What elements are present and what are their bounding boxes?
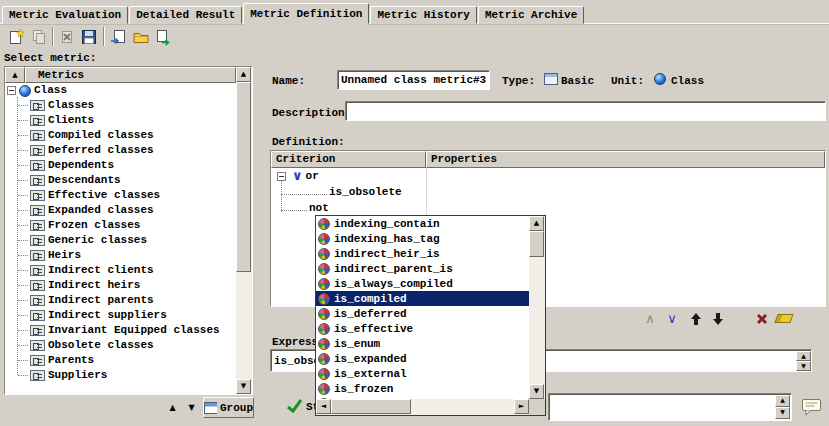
- delete-criterion-button[interactable]: [752, 310, 772, 327]
- scroll-down-button[interactable]: ▼: [796, 361, 811, 371]
- tree-item[interactable]: Indirect parents: [5, 293, 236, 308]
- metric-icon: [30, 130, 45, 141]
- collapse-icon[interactable]: [7, 86, 16, 95]
- tree-item[interactable]: Indirect clients: [5, 263, 236, 278]
- scroll-up-button[interactable]: ▲: [529, 216, 544, 231]
- move-criterion-down-button[interactable]: [708, 310, 728, 327]
- tree-item[interactable]: Expanded classes: [5, 203, 236, 218]
- tree-item[interactable]: Classes: [5, 98, 236, 113]
- tree-item[interactable]: Descendants: [5, 173, 236, 188]
- tree-item[interactable]: Effective classes: [5, 188, 236, 203]
- tree-item[interactable]: Parents: [5, 353, 236, 368]
- tree-item-label: Frozen classes: [45, 218, 140, 233]
- tree-item-class-root[interactable]: Class: [5, 83, 236, 98]
- tree-item-label: Descendants: [45, 173, 121, 188]
- dropdown-item[interactable]: is_effective: [316, 321, 529, 336]
- group-icon: [204, 402, 217, 414]
- metric-icon: [30, 310, 45, 321]
- description-input[interactable]: [345, 101, 826, 121]
- dropdown-item-label: is_enum: [330, 338, 380, 350]
- new-metric-button[interactable]: [6, 26, 27, 47]
- export-metrics-button[interactable]: [152, 26, 173, 47]
- tree-item-label: Classes: [45, 98, 94, 113]
- tab-metric-definition[interactable]: Metric Definition: [243, 3, 369, 24]
- import-metrics-button[interactable]: [108, 26, 129, 47]
- status-detail-field[interactable]: ▲ ▼: [548, 393, 792, 421]
- move-criterion-up-button[interactable]: [686, 310, 706, 327]
- status-valid-check-icon: [286, 398, 303, 414]
- dropdown-item[interactable]: is_external: [316, 366, 529, 381]
- column-label: Criterion: [276, 153, 335, 165]
- comment-button[interactable]: [799, 395, 825, 418]
- tab-detailed-result[interactable]: Detailed Result: [129, 6, 242, 24]
- dropdown-item[interactable]: indexing_contain: [316, 216, 529, 231]
- tree-item[interactable]: Suppliers: [5, 368, 236, 383]
- collapse-icon[interactable]: [277, 172, 286, 181]
- scroll-down-button[interactable]: ▼: [529, 384, 544, 399]
- scroll-up-button[interactable]: ▲: [236, 67, 251, 82]
- scrollbar-thumb[interactable]: [529, 231, 544, 257]
- dropdown-item[interactable]: indirect_parent_is: [316, 261, 529, 276]
- wipe-out-criteria-button[interactable]: [774, 310, 794, 327]
- group-button[interactable]: Group: [203, 397, 254, 418]
- group-button-label: Group: [220, 402, 253, 414]
- insert-or-criterion-button[interactable]: ∨: [662, 310, 682, 327]
- dropdown-item[interactable]: indirect_heir_is: [316, 246, 529, 261]
- scroll-right-button[interactable]: ►: [514, 399, 529, 414]
- save-metric-button[interactable]: [78, 26, 99, 47]
- sort-ascending-button[interactable]: ▲: [5, 67, 25, 83]
- duplicate-metric-button[interactable]: [28, 26, 49, 47]
- dropdown-item[interactable]: is_enum: [316, 336, 529, 351]
- expression-scroll-control[interactable]: ▲ ▼: [796, 351, 811, 370]
- scroll-left-button[interactable]: ◄: [316, 399, 331, 414]
- dropdown-item[interactable]: is_frozen: [316, 381, 529, 396]
- tree-item[interactable]: Clients: [5, 113, 236, 128]
- properties-column-header[interactable]: Properties: [426, 151, 825, 168]
- tree-item[interactable]: Dependents: [5, 158, 236, 173]
- scroll-down-button[interactable]: ▼: [236, 379, 251, 394]
- tree-item[interactable]: Deferred classes: [5, 143, 236, 158]
- tree-item[interactable]: Frozen classes: [5, 218, 236, 233]
- tree-item[interactable]: Compiled classes: [5, 128, 236, 143]
- metrics-column-header[interactable]: Metrics: [25, 67, 236, 83]
- select-metric-label: Select metric:: [4, 52, 96, 64]
- tree-item[interactable]: Indirect suppliers: [5, 308, 236, 323]
- tree-item[interactable]: Generic classes: [5, 233, 236, 248]
- tree-item-label: Invariant Equipped classes: [45, 323, 220, 338]
- scroll-up-button[interactable]: ▲: [775, 395, 790, 407]
- criterion-row-not[interactable]: not: [271, 200, 825, 216]
- tab-metric-history[interactable]: Metric History: [370, 6, 476, 24]
- scrollbar-thumb[interactable]: [236, 82, 251, 272]
- tree-item[interactable]: Heirs: [5, 248, 236, 263]
- tree-item[interactable]: Invariant Equipped classes: [5, 323, 236, 338]
- scroll-down-button[interactable]: ▼: [775, 407, 790, 419]
- tree-item[interactable]: Obsolete classes: [5, 338, 236, 353]
- dropdown-item-label: indirect_heir_is: [330, 248, 440, 260]
- scrollbar-thumb[interactable]: [331, 399, 411, 414]
- metric-icon: [30, 265, 45, 276]
- insert-and-criterion-button[interactable]: ∧: [640, 310, 660, 327]
- dropdown-item[interactable]: is_deferred: [316, 306, 529, 321]
- tree-item[interactable]: Indirect heirs: [5, 278, 236, 293]
- tree-connector: [18, 293, 28, 301]
- name-input[interactable]: [337, 70, 490, 90]
- dropdown-item[interactable]: is_expanded: [316, 351, 529, 366]
- dropdown-item[interactable]: is_always_compiled: [316, 276, 529, 291]
- dropdown-horizontal-scrollbar[interactable]: ◄ ►: [316, 399, 529, 415]
- criterion-row-or[interactable]: ∨or: [271, 168, 825, 184]
- criterion-row-is-obsolete[interactable]: is_obsolete: [271, 184, 825, 200]
- tab-metric-evaluation[interactable]: Metric Evaluation: [2, 6, 128, 24]
- move-metric-down-button[interactable]: ▼: [183, 399, 200, 416]
- dropdown-item[interactable]: indexing_has_tag: [316, 231, 529, 246]
- tab-metric-archive[interactable]: Metric Archive: [478, 6, 584, 24]
- move-metric-up-button[interactable]: ▲: [164, 399, 181, 416]
- tree-vertical-scrollbar[interactable]: ▲ ▼: [236, 67, 252, 394]
- dropdown-vertical-scrollbar[interactable]: ▲ ▼: [529, 216, 545, 399]
- remove-metric-button[interactable]: [56, 26, 77, 47]
- scroll-up-button[interactable]: ▲: [796, 351, 811, 361]
- status-scroll-control[interactable]: ▲ ▼: [775, 395, 790, 419]
- criterion-column-header[interactable]: Criterion: [271, 151, 426, 168]
- open-metrics-button[interactable]: [130, 26, 151, 47]
- tree-connector: [18, 353, 28, 361]
- dropdown-item-selected[interactable]: is_compiled: [316, 291, 529, 306]
